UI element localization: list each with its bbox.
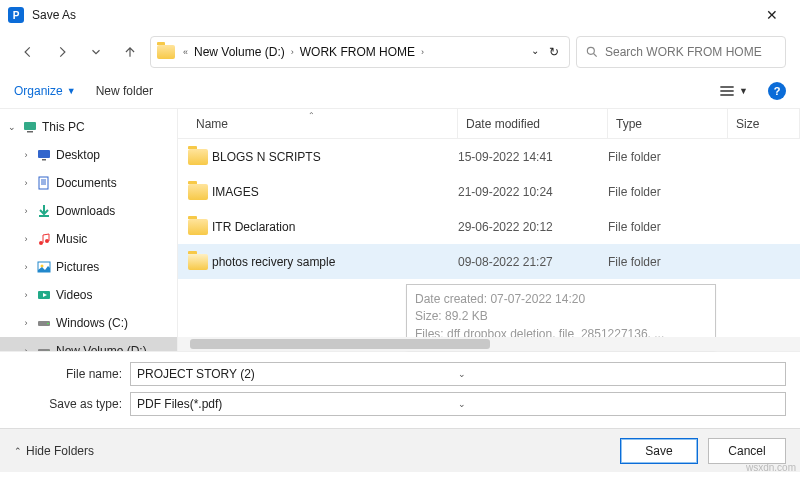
sidebar-item-label: Videos [56,288,92,302]
sidebar-item-desktop[interactable]: ›Desktop [0,141,177,169]
table-row[interactable]: ITR Declaration29-06-2022 20:12File fold… [178,209,800,244]
svg-rect-4 [42,159,46,161]
svg-point-13 [47,323,49,325]
up-button[interactable] [116,38,144,66]
sidebar-item-label: Documents [56,176,117,190]
column-type[interactable]: Type [608,109,728,138]
app-icon: P [8,7,24,23]
dropdown-icon[interactable]: ⌄ [531,45,539,59]
chevron-right-icon[interactable]: › [20,178,32,188]
close-button[interactable]: ✕ [752,7,792,23]
cancel-button[interactable]: Cancel [708,438,786,464]
search-input[interactable] [605,45,777,59]
chevron-down-icon[interactable]: ⌄ [458,399,779,409]
forward-button[interactable] [48,38,76,66]
table-row[interactable]: IMAGES21-09-2022 10:24File folder [178,174,800,209]
table-row[interactable]: photos recivery sample09-08-2022 21:27Fi… [178,244,800,279]
folder-icon [188,219,208,235]
folder-icon [188,149,208,165]
folder-icon [188,184,208,200]
file-pane: ⌃ Name Date modified Type Size BLOGS N S… [178,109,800,351]
main-area: ⌄This PC›Desktop›Documents›Downloads›Mus… [0,108,800,352]
chevron-left-icon[interactable]: « [181,47,190,57]
chevron-right-icon: › [419,47,426,57]
file-name-input[interactable]: PROJECT STORY (2) ⌄ [130,362,786,386]
chevron-right-icon[interactable]: › [20,150,32,160]
column-date[interactable]: Date modified [458,109,608,138]
tooltip-line: Date created: 07-07-2022 14:20 [415,291,707,308]
list-icon [719,85,735,97]
cell-type: File folder [608,185,728,199]
new-folder-button[interactable]: New folder [96,84,153,98]
chevron-right-icon[interactable]: › [20,290,32,300]
sidebar-item-music[interactable]: ›Music [0,225,177,253]
hide-folders-button[interactable]: ⌃ Hide Folders [14,444,94,458]
chevron-right-icon[interactable]: › [20,346,32,351]
search-box[interactable] [576,36,786,68]
sidebar-item-label: This PC [42,120,85,134]
cell-date: 21-09-2022 10:24 [458,185,608,199]
chevron-right-icon: › [289,47,296,57]
cell-name: BLOGS N SCRIPTS [188,149,458,165]
sidebar-item-label: Windows (C:) [56,316,128,330]
sidebar-item-pictures[interactable]: ›Pictures [0,253,177,281]
breadcrumb[interactable]: « New Volume (D:) › WORK FROM HOME › ⌄ ↻ [150,36,570,68]
hide-folders-label: Hide Folders [26,444,94,458]
sort-indicator-icon: ⌃ [308,111,315,120]
title-bar: P Save As ✕ [0,0,800,30]
organize-label: Organize [14,84,63,98]
cell-type: File folder [608,150,728,164]
chevron-down-icon[interactable]: ⌄ [6,122,18,132]
documents-icon [36,175,52,191]
svg-rect-5 [39,177,48,189]
sidebar-item-videos[interactable]: ›Videos [0,281,177,309]
horizontal-scrollbar[interactable] [178,337,800,351]
chevron-right-icon[interactable]: › [20,318,32,328]
watermark: wsxdn.com [746,462,796,473]
videos-icon [36,287,52,303]
file-name-label: File name: [14,367,122,381]
cell-type: File folder [608,220,728,234]
chevron-right-icon[interactable]: › [20,234,32,244]
cell-date: 09-08-2022 21:27 [458,255,608,269]
svg-point-7 [39,241,43,245]
sidebar-item-drive[interactable]: ›New Volume (D:) [0,337,177,351]
help-button[interactable]: ? [768,82,786,100]
svg-point-8 [45,239,49,243]
table-row[interactable]: BLOGS N SCRIPTS15-09-2022 14:41File fold… [178,139,800,174]
footer: ⌃ Hide Folders Save Cancel [0,428,800,472]
save-button[interactable]: Save [620,438,698,464]
organize-button[interactable]: Organize ▼ [14,84,76,98]
chevron-down-icon[interactable]: ⌄ [458,369,779,379]
breadcrumb-seg-2[interactable]: WORK FROM HOME [300,45,415,59]
cell-date: 29-06-2022 20:12 [458,220,608,234]
folder-icon [157,45,175,59]
downloads-icon [36,203,52,219]
chevron-right-icon[interactable]: › [20,206,32,216]
save-type-select[interactable]: PDF Files(*.pdf) ⌄ [130,392,786,416]
back-button[interactable] [14,38,42,66]
column-name[interactable]: Name [188,109,458,138]
view-options-button[interactable]: ▼ [719,85,748,97]
sidebar-item-label: Desktop [56,148,100,162]
column-headers: ⌃ Name Date modified Type Size [178,109,800,139]
svg-rect-1 [24,122,36,130]
chevron-up-icon: ⌃ [14,446,22,456]
column-size[interactable]: Size [728,109,800,138]
refresh-icon[interactable]: ↻ [549,45,559,59]
music-icon [36,231,52,247]
toolbar: Organize ▼ New folder ▼ ? [0,74,800,108]
sidebar-item-documents[interactable]: ›Documents [0,169,177,197]
chevron-right-icon[interactable]: › [20,262,32,272]
search-icon [585,45,599,59]
desktop-icon [36,147,52,163]
sidebar-item-label: New Volume (D:) [56,344,147,351]
sidebar-item-drive[interactable]: ›Windows (C:) [0,309,177,337]
sidebar-item-pc[interactable]: ⌄This PC [0,113,177,141]
recent-button[interactable] [82,38,110,66]
svg-point-0 [587,47,594,54]
sidebar-item-downloads[interactable]: ›Downloads [0,197,177,225]
breadcrumb-seg-1[interactable]: New Volume (D:) [194,45,285,59]
sidebar-item-label: Music [56,232,87,246]
svg-rect-6 [39,215,49,217]
